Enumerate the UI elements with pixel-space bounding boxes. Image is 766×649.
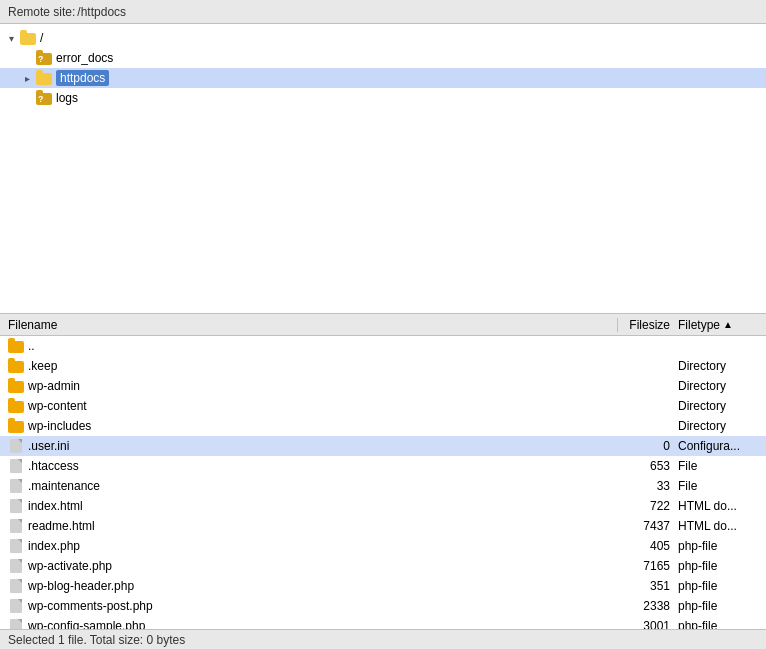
file-size-wp-activate: 7165	[618, 559, 678, 573]
status-text: Selected 1 file. Total size: 0 bytes	[8, 633, 185, 647]
file-icon-maintenance	[8, 479, 24, 493]
tree-item-name-httpdocs: httpdocs	[56, 70, 109, 86]
file-row-keep[interactable]: .keepDirectory	[0, 356, 766, 376]
file-row-wp-content[interactable]: wp-contentDirectory	[0, 396, 766, 416]
file-type-htaccess: File	[678, 459, 758, 473]
file-icon-wp-activate	[8, 559, 24, 573]
file-name-wp-blog-header: wp-blog-header.php	[28, 579, 618, 593]
file-name-keep: .keep	[28, 359, 618, 373]
folder-icon-error_docs	[36, 51, 52, 65]
file-row-index-php[interactable]: index.php405php-file	[0, 536, 766, 556]
folder-icon-httpdocs	[36, 71, 52, 85]
file-name-index-html: index.html	[28, 499, 618, 513]
tree-item-name-root: /	[40, 31, 43, 45]
file-row-htaccess[interactable]: .htaccess653File	[0, 456, 766, 476]
file-icon-index-html	[8, 499, 24, 513]
file-type-maintenance: File	[678, 479, 758, 493]
file-row-wp-activate[interactable]: wp-activate.php7165php-file	[0, 556, 766, 576]
file-type-wp-blog-header: php-file	[678, 579, 758, 593]
file-row-maintenance[interactable]: .maintenance33File	[0, 476, 766, 496]
tree-item-error_docs[interactable]: error_docs	[0, 48, 766, 68]
file-icon-wp-config-sample	[8, 619, 24, 629]
file-type-wp-admin: Directory	[678, 379, 758, 393]
file-size-wp-blog-header: 351	[618, 579, 678, 593]
file-icon-wp-blog-header	[8, 579, 24, 593]
tree-toggle-httpdocs[interactable]: ▸	[20, 71, 34, 85]
file-name-wp-activate: wp-activate.php	[28, 559, 618, 573]
tree-item-logs[interactable]: logs	[0, 88, 766, 108]
file-name-wp-config-sample: wp-config-sample.php	[28, 619, 618, 629]
tree-panel[interactable]: ▾/error_docs▸httpdocslogs	[0, 24, 766, 314]
file-icon-wp-includes	[8, 419, 24, 433]
file-row-readme-html[interactable]: readme.html7437HTML do...	[0, 516, 766, 536]
file-icon-wp-admin	[8, 379, 24, 393]
file-type-readme-html: HTML do...	[678, 519, 758, 533]
tree-item-name-error_docs: error_docs	[56, 51, 113, 65]
file-icon-readme-html	[8, 519, 24, 533]
file-name-wp-comments-post: wp-comments-post.php	[28, 599, 618, 613]
file-icon-dotdot	[8, 339, 24, 353]
file-icon-htaccess	[8, 459, 24, 473]
file-size-index-html: 722	[618, 499, 678, 513]
file-row-user-ini[interactable]: .user.ini0Configura...	[0, 436, 766, 456]
file-row-wp-blog-header[interactable]: wp-blog-header.php351php-file	[0, 576, 766, 596]
file-type-index-html: HTML do...	[678, 499, 758, 513]
file-name-wp-includes: wp-includes	[28, 419, 618, 433]
col-filename-header[interactable]: Filename	[8, 318, 618, 332]
remote-site-path: /httpdocs	[77, 5, 126, 19]
file-row-wp-comments-post[interactable]: wp-comments-post.php2338php-file	[0, 596, 766, 616]
file-row-wp-admin[interactable]: wp-adminDirectory	[0, 376, 766, 396]
file-size-index-php: 405	[618, 539, 678, 553]
file-list[interactable]: ...keepDirectorywp-adminDirectorywp-cont…	[0, 336, 766, 629]
file-size-user-ini: 0	[618, 439, 678, 453]
tree-item-root[interactable]: ▾/	[0, 28, 766, 48]
file-name-wp-content: wp-content	[28, 399, 618, 413]
file-type-wp-activate: php-file	[678, 559, 758, 573]
col-filesize-header[interactable]: Filesize	[618, 318, 678, 332]
sort-arrow-icon: ▲	[723, 319, 733, 330]
file-row-wp-config-sample[interactable]: wp-config-sample.php3001php-file	[0, 616, 766, 629]
file-type-wp-config-sample: php-file	[678, 619, 758, 629]
file-type-user-ini: Configura...	[678, 439, 758, 453]
file-type-index-php: php-file	[678, 539, 758, 553]
folder-icon-root	[20, 31, 36, 45]
tree-toggle-root[interactable]: ▾	[4, 31, 18, 45]
remote-site-label: Remote site:	[8, 5, 75, 19]
file-type-wp-content: Directory	[678, 399, 758, 413]
file-size-wp-comments-post: 2338	[618, 599, 678, 613]
file-icon-user-ini	[8, 439, 24, 453]
folder-icon-logs	[36, 91, 52, 105]
col-filetype-header[interactable]: Filetype ▲	[678, 318, 758, 332]
column-headers: Filename Filesize Filetype ▲	[0, 314, 766, 336]
file-icon-wp-content	[8, 399, 24, 413]
file-name-dotdot: ..	[28, 339, 618, 353]
tree-item-httpdocs[interactable]: ▸httpdocs	[0, 68, 766, 88]
file-name-user-ini: .user.ini	[28, 439, 618, 453]
file-name-wp-admin: wp-admin	[28, 379, 618, 393]
remote-site-bar: Remote site: /httpdocs	[0, 0, 766, 24]
file-row-index-html[interactable]: index.html722HTML do...	[0, 496, 766, 516]
file-name-htaccess: .htaccess	[28, 459, 618, 473]
file-type-wp-includes: Directory	[678, 419, 758, 433]
status-bar: Selected 1 file. Total size: 0 bytes	[0, 629, 766, 649]
file-name-readme-html: readme.html	[28, 519, 618, 533]
file-size-wp-config-sample: 3001	[618, 619, 678, 629]
file-row-wp-includes[interactable]: wp-includesDirectory	[0, 416, 766, 436]
file-size-htaccess: 653	[618, 459, 678, 473]
file-name-maintenance: .maintenance	[28, 479, 618, 493]
file-icon-index-php	[8, 539, 24, 553]
file-row-dotdot[interactable]: ..	[0, 336, 766, 356]
file-size-maintenance: 33	[618, 479, 678, 493]
file-name-index-php: index.php	[28, 539, 618, 553]
file-type-wp-comments-post: php-file	[678, 599, 758, 613]
tree-item-name-logs: logs	[56, 91, 78, 105]
file-icon-wp-comments-post	[8, 599, 24, 613]
file-type-keep: Directory	[678, 359, 758, 373]
file-size-readme-html: 7437	[618, 519, 678, 533]
file-icon-keep	[8, 359, 24, 373]
